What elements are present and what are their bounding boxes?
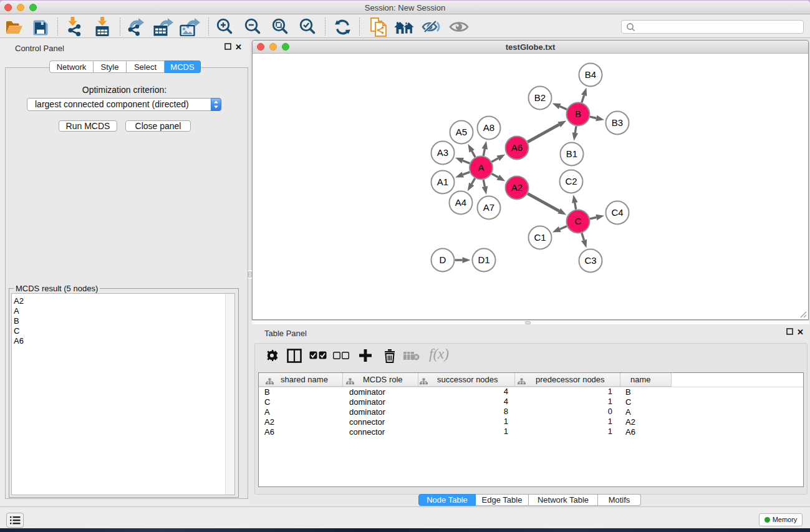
svg-text:A7: A7 [483, 202, 494, 213]
svg-text:D1: D1 [478, 254, 489, 265]
svg-text:C2: C2 [565, 176, 577, 186]
svg-text:A: A [478, 162, 484, 173]
svg-text:A1: A1 [437, 177, 448, 187]
svg-text:C4: C4 [611, 207, 623, 218]
svg-text:A3: A3 [437, 147, 448, 158]
svg-text:D: D [440, 254, 446, 265]
svg-text:C: C [575, 216, 582, 226]
svg-text:B: B [575, 109, 581, 119]
svg-text:C3: C3 [584, 255, 596, 266]
svg-text:A6: A6 [511, 142, 523, 153]
svg-text:B4: B4 [585, 69, 596, 80]
svg-text:B1: B1 [566, 148, 577, 159]
svg-text:A2: A2 [511, 182, 523, 193]
svg-text:A4: A4 [455, 197, 466, 208]
svg-text:C1: C1 [534, 232, 546, 243]
svg-text:A5: A5 [456, 127, 467, 137]
svg-text:B2: B2 [534, 92, 546, 103]
svg-text:A8: A8 [483, 122, 494, 133]
svg-text:B3: B3 [612, 117, 623, 128]
